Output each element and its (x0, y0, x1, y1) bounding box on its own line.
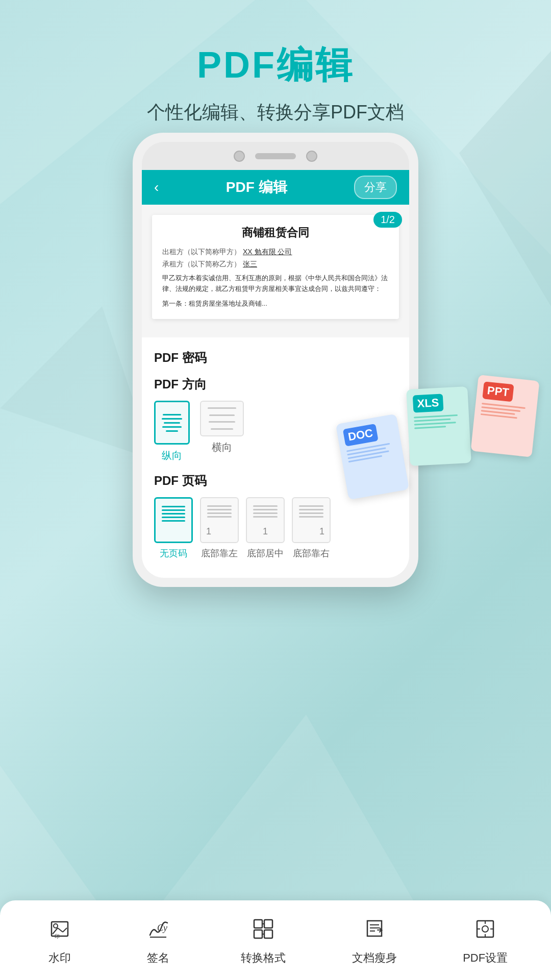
main-title-text: PDF编辑 (197, 44, 354, 85)
toolbar-watermark[interactable]: 印 水印 (43, 913, 76, 966)
app-bar-title: PDF 编辑 (226, 178, 287, 197)
pagenum-bl-icon: 1 (200, 497, 239, 543)
doc-paper: 商铺租赁合同 出租方（以下简称甲方） XX 勉有限 公司 承租方（以下简称乙方）… (152, 215, 399, 319)
signature-icon: Cy (142, 913, 174, 945)
svg-rect-17 (264, 930, 272, 938)
pagenum-none-label: 无页码 (160, 547, 187, 559)
svg-line-10 (63, 928, 67, 932)
bottom-toolbar: 印 水印 Cy 签名 转换格式 (0, 900, 551, 980)
pagenum-none-icon (154, 497, 193, 543)
back-button[interactable]: ‹ (154, 179, 159, 195)
svg-rect-16 (254, 930, 262, 938)
doc-paragraph-2: 第一条：租赁房屋坐落地址及商铺... (162, 299, 389, 309)
orientation-options: 纵向 横向 (154, 401, 397, 462)
orientation-landscape[interactable]: 横向 (200, 401, 244, 462)
phone-mockup: ‹ PDF 编辑 分享 1/2 商铺租赁合同 出租方（以下简称甲方） XX 勉有… (133, 133, 418, 587)
svg-rect-15 (264, 920, 272, 928)
toolbar-convert[interactable]: 转换格式 (241, 913, 286, 966)
pdf-settings-icon (469, 913, 502, 945)
landscape-icon (200, 401, 244, 436)
pagenum-options: 无页码 1 底部靠左 (154, 497, 397, 559)
pdf-password-section: PDF 密码 (154, 350, 397, 366)
pdf-settings-label: PDF设置 (463, 950, 508, 966)
pagenum-bc-icon: 1 (246, 497, 285, 543)
pagenum-br-label: 底部靠右 (293, 547, 330, 559)
pagenum-bc-label: 底部居中 (247, 547, 284, 559)
doc-line-1: 出租方（以下简称甲方） XX 勉有限 公司 (162, 248, 389, 257)
svg-rect-14 (254, 920, 262, 928)
toolbar-signature[interactable]: Cy 签名 (142, 913, 174, 966)
document-preview: 1/2 商铺租赁合同 出租方（以下简称甲方） XX 勉有限 公司 承租方（以下简… (142, 205, 409, 337)
pagenum-bottom-right[interactable]: 1 底部靠右 (292, 497, 331, 559)
pdf-orientation-section: PDF 方向 纵向 (154, 376, 397, 462)
pagenum-bl-label: 底部靠左 (201, 547, 238, 559)
doc-paragraph: 甲乙双方本着实诚信用、互利互惠的原则，根据《中华人民共和国合同法》法律、法规的规… (162, 273, 389, 295)
header-section: PDF编辑 个性化编辑、转换分享PDF文档 (0, 0, 551, 125)
watermark-label: 水印 (48, 950, 71, 966)
ppt-card: PPT (470, 375, 539, 457)
speaker (255, 153, 296, 159)
doc-line-2: 承租方（以下简称乙方） 张三 (162, 260, 389, 269)
svg-marker-5 (0, 306, 153, 459)
toolbar-compress[interactable]: 文档瘦身 (352, 913, 397, 966)
camera-left (234, 151, 245, 162)
svg-text:Cy: Cy (157, 923, 167, 933)
pagenum-bottom-center[interactable]: 1 底部居中 (246, 497, 285, 559)
svg-point-7 (54, 924, 58, 928)
phone-screen: ‹ PDF 编辑 分享 1/2 商铺租赁合同 出租方（以下简称甲方） XX 勉有… (142, 170, 409, 578)
landscape-label: 横向 (212, 440, 232, 454)
phone-outer: ‹ PDF 编辑 分享 1/2 商铺租赁合同 出租方（以下简称甲方） XX 勉有… (133, 133, 418, 587)
compress-label: 文档瘦身 (352, 950, 397, 966)
app-header-bar: ‹ PDF 编辑 分享 (142, 170, 409, 205)
pagenum-bottom-left[interactable]: 1 底部靠左 (200, 497, 239, 559)
svg-point-24 (482, 926, 488, 932)
portrait-label: 纵向 (162, 449, 182, 462)
share-button[interactable]: 分享 (354, 176, 397, 199)
pdf-pagenum-section: PDF 页码 无页码 (154, 473, 397, 559)
toolbar-pdf-settings[interactable]: PDF设置 (463, 913, 508, 966)
phone-notch (142, 142, 409, 170)
watermark-icon: 印 (43, 913, 76, 945)
pdf-password-label: PDF 密码 (154, 350, 397, 366)
subtitle: 个性化编辑、转换分享PDF文档 (0, 100, 551, 125)
camera-right (306, 151, 317, 162)
orientation-portrait[interactable]: 纵向 (154, 401, 190, 462)
portrait-icon (154, 401, 190, 445)
compress-icon (358, 913, 391, 945)
svg-text:印: 印 (55, 934, 60, 939)
pagenum-none[interactable]: 无页码 (154, 497, 193, 559)
pdf-orientation-label: PDF 方向 (154, 376, 397, 393)
doc-title: 商铺租赁合同 (162, 225, 389, 240)
pdf-pagenum-label: PDF 页码 (154, 473, 397, 489)
page-badge: 1/2 (373, 212, 402, 228)
ppt-badge: PPT (482, 381, 514, 402)
svg-line-9 (58, 928, 63, 932)
signature-label: 签名 (147, 950, 169, 966)
main-title: PDF编辑 (0, 41, 551, 90)
convert-icon (247, 913, 280, 945)
convert-label: 转换格式 (241, 950, 286, 966)
pagenum-br-icon: 1 (292, 497, 331, 543)
settings-panel: PDF 密码 PDF 方向 (142, 337, 409, 578)
